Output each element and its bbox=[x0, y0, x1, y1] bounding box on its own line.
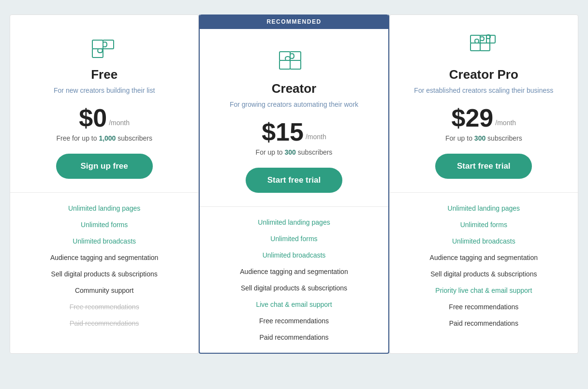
plan-name-creator: Creator bbox=[272, 81, 316, 96]
feature-item: Sell digital products & subscriptions bbox=[51, 270, 158, 278]
svg-rect-9 bbox=[486, 35, 495, 43]
feature-item: Unlimited broadcasts bbox=[452, 237, 515, 245]
svg-rect-5 bbox=[279, 60, 290, 69]
plan-subscribers-creator-pro: For up to 300 subscribers bbox=[445, 134, 522, 142]
feature-item: Audience tagging and segmentation bbox=[50, 254, 158, 261]
price-amount-free: $0 bbox=[79, 105, 107, 130]
svg-rect-4 bbox=[290, 52, 301, 60]
plan-icon-free bbox=[88, 30, 121, 59]
plan-top-creator: Creator For growing creators automating … bbox=[200, 29, 388, 207]
price-period-creator: /month bbox=[306, 133, 326, 141]
price-period-free: /month bbox=[109, 119, 130, 127]
feature-item: Free recommendations bbox=[259, 317, 329, 325]
feature-item: Sell digital products & subscriptions bbox=[241, 284, 347, 292]
plan-price-free: $0 /month bbox=[79, 105, 130, 130]
feature-item: Audience tagging and segmentation bbox=[240, 268, 348, 275]
pricing-container: Free For new creators building their lis… bbox=[10, 14, 578, 354]
plan-name-creator-pro: Creator Pro bbox=[449, 67, 518, 82]
feature-item: Unlimited broadcasts bbox=[263, 251, 326, 259]
plan-subscribers-creator: For up to 300 subscribers bbox=[256, 148, 333, 156]
feature-item: Unlimited landing pages bbox=[68, 204, 140, 212]
plan-icon-creator-pro bbox=[467, 30, 500, 59]
plan-name-free: Free bbox=[91, 67, 118, 82]
feature-item: Sell digital products & subscriptions bbox=[430, 270, 537, 278]
plan-subscribers-free: Free for up to 1,000 subscribers bbox=[56, 134, 152, 142]
price-period-creator-pro: /month bbox=[495, 119, 516, 127]
plan-card-creator: RECOMMENDED Creator For growing creators… bbox=[199, 14, 389, 354]
feature-item: Unlimited broadcasts bbox=[73, 237, 136, 245]
feature-item: Audience tagging and segmentation bbox=[430, 254, 538, 261]
feature-item: Paid recommendations bbox=[449, 319, 518, 327]
svg-rect-3 bbox=[279, 52, 290, 60]
feature-item: Unlimited landing pages bbox=[258, 218, 330, 226]
plan-top-free: Free For new creators building their lis… bbox=[10, 15, 198, 193]
recommended-badge: RECOMMENDED bbox=[200, 14, 388, 29]
plan-features-creator: Unlimited landing pagesUnlimited formsUn… bbox=[200, 207, 388, 353]
plan-card-creator-pro: Creator Pro For established creators sca… bbox=[389, 14, 578, 354]
feature-item: Priority live chat & email support bbox=[435, 287, 532, 294]
plan-button-free[interactable]: Sign up free bbox=[56, 154, 153, 179]
svg-rect-6 bbox=[290, 60, 301, 69]
svg-rect-1 bbox=[103, 40, 114, 49]
feature-item: Unlimited forms bbox=[270, 235, 317, 243]
feature-item: Live chat & email support bbox=[256, 301, 332, 308]
feature-item: Free recommendations bbox=[70, 303, 139, 311]
svg-rect-0 bbox=[92, 40, 103, 49]
plan-features-free: Unlimited landing pagesUnlimited formsUn… bbox=[10, 193, 198, 339]
feature-item: Community support bbox=[75, 287, 133, 294]
plan-top-creator-pro: Creator Pro For established creators sca… bbox=[390, 15, 578, 193]
plan-features-creator-pro: Unlimited landing pagesUnlimited formsUn… bbox=[390, 193, 578, 339]
plan-description-creator: For growing creators automating their wo… bbox=[230, 100, 358, 110]
feature-item: Unlimited forms bbox=[81, 221, 128, 229]
plan-card-free: Free For new creators building their lis… bbox=[10, 14, 199, 354]
feature-item: Free recommendations bbox=[449, 303, 518, 311]
feature-item: Unlimited forms bbox=[460, 221, 507, 229]
plan-description-creator-pro: For established creators scaling their b… bbox=[414, 86, 553, 96]
plan-description-free: For new creators building their list bbox=[54, 86, 155, 96]
feature-item: Paid recommendations bbox=[70, 319, 139, 327]
plan-icon-creator bbox=[277, 44, 311, 73]
plan-button-creator-pro[interactable]: Start free trial bbox=[435, 154, 532, 179]
plan-button-creator[interactable]: Start free trial bbox=[246, 168, 342, 193]
svg-rect-11 bbox=[480, 43, 490, 51]
feature-item: Unlimited landing pages bbox=[448, 204, 520, 212]
feature-item: Paid recommendations bbox=[259, 333, 328, 341]
price-amount-creator-pro: $29 bbox=[452, 105, 494, 130]
plan-price-creator-pro: $29 /month bbox=[452, 105, 516, 130]
plan-price-creator: $15 /month bbox=[262, 119, 326, 144]
svg-rect-10 bbox=[470, 43, 480, 51]
price-amount-creator: $15 bbox=[262, 119, 304, 144]
